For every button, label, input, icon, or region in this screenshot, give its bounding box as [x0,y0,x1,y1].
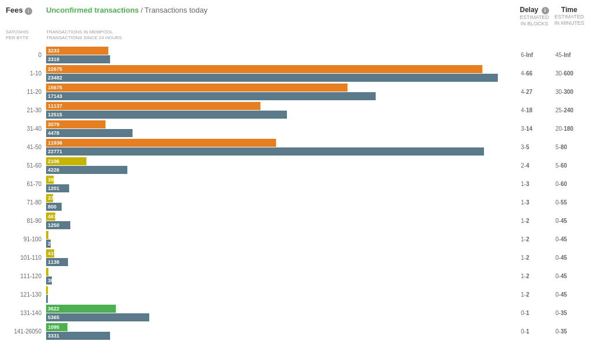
delay-value: 0-1 [521,310,547,316]
row-right-labels: 1-20-45 [515,236,584,242]
mid-sub-label: TRANSACTIONS IN MEMPOOL TRANSACTIONS SIN… [46,29,515,44]
time-value: 0-45 [555,236,584,242]
mempool-bar: 11936 [46,139,276,147]
daily-bar: 12515 [46,111,287,119]
daily-bar: 22771 [46,147,484,156]
fees-header: Fees i [6,6,46,27]
bars-container: 30794478 [46,120,515,137]
title-header: Unconfirmed transactions / Transactions … [46,6,515,27]
row-right-labels: 1-20-45 [515,273,584,279]
bars-container: 36225365 [46,305,515,321]
delay-value: 1-2 [521,236,547,242]
table-row: 31-40307944783-1420-180 [6,120,584,137]
sub-header-row: SATOSHIS PER BYTE TRANSACTIONS IN MEMPOO… [6,29,584,44]
bars-container: 3931201 [46,176,515,192]
mempool-bar: 15675 [46,84,347,92]
time-value: 0-35 [555,310,584,316]
delay-header: Delay i ESTIMATED IN BLOCKS [520,6,549,27]
table-row: 51-60210642262-45-60 [6,157,584,174]
delay-value: 6-Inf [521,52,547,58]
table-row: 41-5011936227713-55-80 [6,139,584,156]
time-value: 0-45 [555,255,584,261]
mempool-bar: 107 [46,231,48,239]
table-row: 0323333196-Inf45-Inf [6,47,584,63]
table-row: 61-7039312011-30-60 [6,176,584,192]
delay-value: 4-66 [521,70,547,77]
fee-range-label: 21-30 [6,107,46,113]
table-row: 141-26050109533310-10-35 [6,323,584,340]
mempool-bar: 11137 [46,102,260,110]
row-right-labels: 4-6630-600 [515,70,584,77]
bars-container: 1567517143 [46,84,515,100]
daily-bar: 229 [46,240,51,248]
table-row: 81-9046712501-20-45 [6,213,584,229]
daily-bar: 4478 [46,129,133,137]
time-value: 45-Inf [555,52,584,58]
bars-container: 107229 [46,231,515,248]
time-value: 0-35 [555,328,584,335]
row-right-labels: 3-55-80 [515,144,584,150]
daily-bar: 301 [46,276,52,285]
mempool-bar: 2106 [46,157,86,165]
daily-bar: 800 [46,203,62,211]
row-right-labels: 1-30-55 [515,199,584,206]
delay-value: 0-1 [521,328,547,335]
fee-range-label: 31-40 [6,126,46,132]
delay-info-icon[interactable]: i [542,7,549,14]
fee-range-label: 121-130 [6,291,46,298]
bars-container: 4671250 [46,213,515,229]
delay-title: Delay i [520,6,549,14]
daily-bar: 3331 [46,332,110,340]
daily-bar: 1201 [46,184,69,192]
mempool-bar: 467 [46,213,55,221]
fee-range-label: 101-110 [6,255,46,261]
row-right-labels: 1-20-45 [515,291,584,298]
daily-bar: 17143 [46,92,376,100]
table-row: 21-3011137125154-1825-240 [6,102,584,119]
row-right-labels: 2-45-60 [515,162,584,169]
fees-label: Fees [6,6,23,14]
row-right-labels: 1-30-60 [515,181,584,187]
delay-value: 4-27 [521,89,547,95]
time-value: 0-60 [555,181,584,187]
fee-range-label: 0 [6,52,46,58]
time-value: 0-45 [555,273,584,279]
fee-range-label: 81-90 [6,218,46,224]
title-separator: / [141,6,143,14]
delay-value: 1-3 [521,181,547,187]
table-row: 111-1201163011-20-45 [6,268,584,285]
unconfirmed-link[interactable]: Unconfirmed transactions [46,6,139,14]
delay-value: 1-3 [521,199,547,206]
fee-range-label: 51-60 [6,162,46,169]
time-value: 25-240 [555,107,584,113]
time-value: 5-60 [555,162,584,169]
bars-container: 3390 [46,286,515,303]
left-sub-header: SATOSHIS PER BYTE [6,29,46,44]
table-row: 91-1001072291-20-45 [6,231,584,248]
fee-range-label: 41-50 [6,144,46,150]
mempool-bar: 415 [46,249,54,257]
delay-sub: ESTIMATED IN BLOCKS [520,14,549,27]
right-sub-spacer [515,29,584,44]
bars-container: 1193622771 [46,139,515,156]
time-title: Time [554,6,584,14]
daily-bar: 90 [46,295,48,303]
fee-range-label: 91-100 [6,236,46,242]
table-row: 71-803738001-30-55 [6,194,584,211]
fee-range-label: 111-120 [6,273,46,279]
fee-range-label: 71-80 [6,199,46,206]
row-right-labels: 4-1825-240 [515,107,584,113]
chart: 0323333196-Inf45-Inf1-1022675234824-6630… [6,47,584,340]
time-value: 30-300 [555,89,584,95]
table-row: 101-11041511381-20-45 [6,249,584,266]
mempool-bar: 22675 [46,65,482,73]
daily-bar: 4226 [46,166,127,174]
table-row: 131-140362253650-10-35 [6,305,584,321]
daily-bar: 1250 [46,221,70,229]
row-right-labels: 3-1420-180 [515,126,584,132]
fees-info-icon[interactable]: i [25,7,32,15]
row-right-labels: 0-10-35 [515,310,584,316]
bars-container: 1113712515 [46,102,515,119]
time-sub: ESTIMATED IN MINUTES [554,14,584,26]
time-value: 30-600 [555,70,584,77]
